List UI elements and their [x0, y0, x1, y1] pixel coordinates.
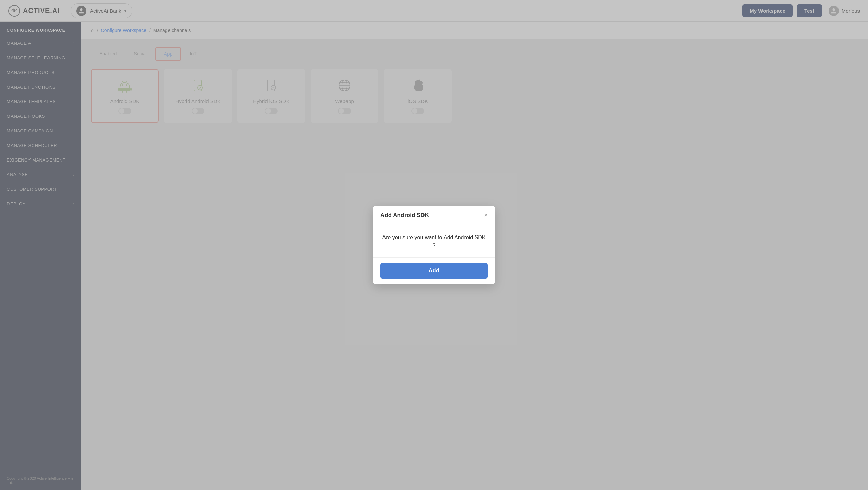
modal-header: Add Android SDK ×	[373, 206, 495, 224]
add-android-sdk-modal: Add Android SDK × Are you sure you want …	[373, 206, 495, 284]
modal-close-button[interactable]: ×	[484, 212, 488, 219]
main-content: ⌂ / Configure Workspace / Manage channel…	[81, 22, 868, 490]
modal-body-text: Are you sure you want to Add Android SDK…	[382, 234, 486, 248]
modal-title: Add Android SDK	[380, 212, 429, 219]
modal-body: Are you sure you want to Add Android SDK…	[373, 224, 495, 258]
modal-footer: Add	[373, 258, 495, 284]
modal-add-button[interactable]: Add	[380, 263, 488, 279]
main-layout: CONFIGURE WORKSPACE MANAGE AI › MANAGE S…	[0, 22, 868, 490]
modal-overlay: Add Android SDK × Are you sure you want …	[81, 22, 868, 490]
